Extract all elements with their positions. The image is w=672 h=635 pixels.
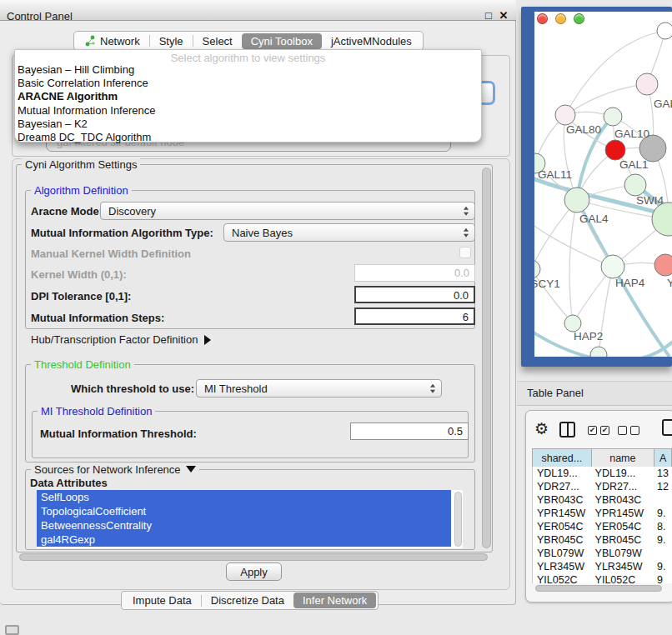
tab-discretize-data[interactable]: Discretize Data — [202, 592, 293, 608]
table-cell[interactable]: YER054C — [533, 520, 592, 533]
table-cell[interactable]: YIL052C — [533, 573, 592, 583]
dropdown-item[interactable]: Basic Correlation Inference — [15, 77, 481, 90]
attribute-list-item[interactable]: TopologicalCoefficient — [37, 504, 451, 518]
table-cell[interactable]: YPR145W — [592, 507, 655, 520]
mi-steps-field[interactable]: 6 — [354, 308, 475, 325]
table-cell[interactable]: YDL19... — [592, 467, 655, 480]
network-node[interactable] — [564, 188, 589, 212]
network-node[interactable] — [654, 254, 672, 276]
table-cell[interactable]: YIL052C — [592, 573, 655, 583]
column-header-name[interactable]: name — [592, 449, 655, 468]
network-node[interactable] — [564, 315, 581, 332]
table-cell[interactable]: YLR345W — [533, 560, 592, 573]
tab-infer-network[interactable]: Infer Network — [293, 592, 376, 608]
table-cell[interactable]: YBL079W — [533, 547, 592, 560]
table-cell[interactable]: YBR043C — [533, 493, 592, 507]
tab-select[interactable]: Select — [193, 33, 242, 49]
network-canvas[interactable]: GALGAL80GAL10GAL1GAL11SWI4GAL4GCY1HAP4YH… — [534, 12, 672, 357]
table-cell[interactable]: YER054C — [592, 520, 655, 533]
table-cell[interactable]: YLR345W — [592, 560, 655, 573]
network-node[interactable] — [624, 174, 646, 196]
table-cell[interactable]: YBR045C — [592, 533, 655, 547]
sources-title[interactable]: Sources for Network Inference — [31, 463, 199, 476]
column-header-shared-name[interactable]: shared... — [533, 449, 592, 468]
dropdown-item[interactable]: Bayesian – Hill Climbing — [15, 63, 481, 77]
settings-horizontal-scrollbar[interactable] — [17, 552, 494, 562]
dropdown-item[interactable]: Dream8 DC_TDC Algorithm — [15, 131, 481, 144]
table-horizontal-scrollbar[interactable] — [534, 584, 667, 592]
table-row[interactable]: YPR145WYPR145W9. — [533, 507, 672, 520]
network-node[interactable] — [657, 22, 672, 39]
which-threshold-combo[interactable]: MI Threshold — [196, 379, 442, 398]
float-window-icon[interactable]: □ — [483, 10, 494, 22]
tab-style[interactable]: Style — [150, 33, 193, 49]
table-cell[interactable]: 9. — [654, 507, 672, 520]
table-cell[interactable]: 9. — [654, 533, 672, 547]
partial-toolbar-icon[interactable] — [662, 419, 672, 436]
settings-vertical-scrollbar[interactable] — [481, 167, 493, 550]
control-panel-titlebar[interactable] — [0, 0, 516, 21]
minimize-traffic-light[interactable] — [555, 13, 566, 24]
network-node[interactable] — [534, 260, 540, 278]
scrollbar-thumb[interactable] — [19, 553, 488, 561]
table-cell[interactable]: YBR045C — [533, 533, 592, 547]
tab-jactivemnodules[interactable]: jActiveMNodules — [322, 33, 421, 49]
table-row[interactable]: YDL19...YDL19...13 — [533, 467, 672, 480]
attribute-list-item[interactable]: gal4RGexp — [37, 532, 451, 547]
mi-type-combo[interactable]: Naive Bayes — [223, 223, 475, 242]
network-node[interactable] — [555, 105, 575, 125]
zoom-traffic-light[interactable] — [574, 13, 584, 24]
scrollbar-thumb[interactable] — [482, 168, 491, 548]
table-cell[interactable]: 8. — [654, 520, 672, 533]
network-edge[interactable] — [565, 31, 665, 115]
table-cell[interactable]: YPR145W — [533, 507, 592, 520]
column-header-partial[interactable]: A — [654, 449, 672, 468]
table-cell[interactable] — [654, 547, 672, 560]
attribute-list-item[interactable]: SelfLoops — [37, 490, 451, 504]
manual-kernel-checkbox[interactable] — [459, 247, 471, 258]
table-cell[interactable]: YDR27... — [533, 480, 592, 493]
checked-pair-icon[interactable] — [588, 426, 609, 435]
network-node[interactable] — [605, 140, 625, 160]
minimized-panel-icon[interactable] — [5, 625, 19, 635]
table-cell[interactable]: 9 — [654, 573, 672, 583]
dropdown-item[interactable]: Bayesian – K2 — [15, 118, 481, 131]
network-node[interactable] — [604, 108, 622, 126]
table-cell[interactable]: YDL19... — [533, 467, 592, 480]
split-columns-icon[interactable] — [559, 422, 575, 438]
table-row[interactable]: YIL052CYIL052C9 — [533, 573, 672, 583]
dropdown-item[interactable]: ARACNE Algorithm — [15, 90, 481, 103]
table-cell[interactable]: 13 — [654, 467, 672, 480]
close-traffic-light[interactable] — [537, 13, 548, 24]
dropdown-item[interactable]: Mutual Information Inference — [15, 104, 481, 118]
dpi-tolerance-field[interactable]: 0.0 — [354, 286, 475, 303]
tab-impute-data[interactable]: Impute Data — [123, 592, 201, 608]
aracne-mode-combo[interactable]: Discovery — [100, 202, 475, 220]
network-node[interactable] — [636, 73, 658, 95]
table-row[interactable]: YBR045CYBR045C9. — [533, 533, 672, 547]
table-cell[interactable]: YBR043C — [592, 493, 655, 507]
table-row[interactable]: YDR27...YDR27...12 — [533, 480, 672, 493]
data-attributes-list[interactable]: SelfLoopsTopologicalCoefficientBetweenne… — [37, 490, 463, 548]
tab-cyni-toolbox[interactable]: Cyni Toolbox — [242, 33, 322, 49]
table-cell[interactable]: 9. — [654, 560, 672, 573]
table-cell[interactable]: YDR27... — [592, 480, 655, 493]
settings-gear-icon[interactable]: ⚙ — [534, 419, 549, 438]
attributes-scrollbar[interactable] — [454, 492, 462, 547]
apply-button[interactable]: Apply — [226, 562, 282, 581]
scrollbar-thumb[interactable] — [535, 585, 662, 592]
unchecked-pair-icon[interactable] — [618, 426, 639, 435]
table-body[interactable]: YDL19...YDL19...13YDR27...YDR27...12YBR0… — [532, 467, 672, 583]
network-node[interactable] — [590, 347, 607, 357]
hub-definition-expander[interactable]: Hub/Transcription Factor Definition — [31, 333, 211, 346]
network-node[interactable] — [601, 255, 624, 278]
table-row[interactable]: YLR345WYLR345W9. — [533, 560, 672, 573]
table-row[interactable]: YBL079WYBL079W — [533, 547, 672, 560]
network-edge[interactable] — [569, 200, 577, 323]
tab-network[interactable]: Network — [76, 33, 149, 49]
attribute-list-item[interactable]: BetweennessCentrality — [37, 518, 451, 532]
table-cell[interactable]: 12 — [654, 480, 672, 493]
table-cell[interactable] — [654, 493, 672, 507]
table-row[interactable]: YER054CYER054C8. — [533, 520, 672, 533]
close-icon[interactable]: ✕ — [498, 10, 509, 22]
